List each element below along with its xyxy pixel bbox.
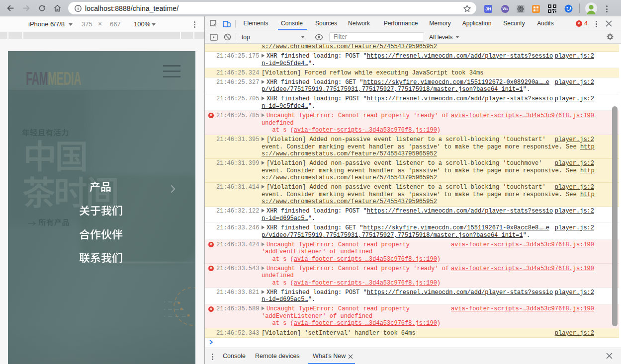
svg-text:FAMMEDIA: FAMMEDIA [26,71,82,86]
